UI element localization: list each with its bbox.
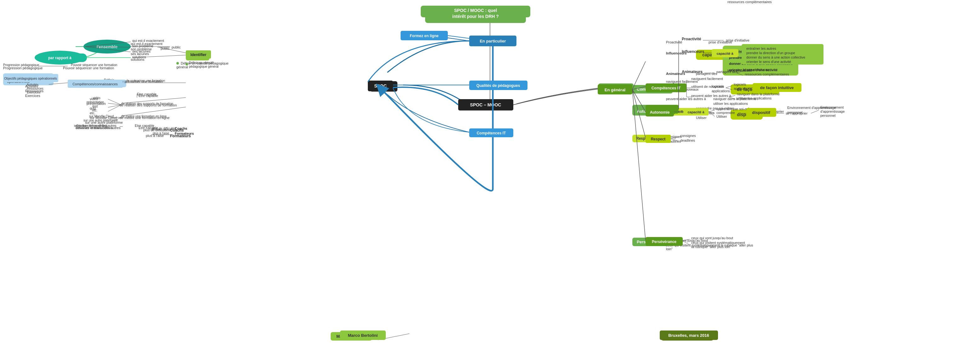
- bruxelles-footer: Bruxelles, mars 2016: [661, 332, 713, 340]
- ressources-text: Ressources: [25, 89, 43, 93]
- en-particulier-node: En particulier: [469, 36, 504, 45]
- partagent-des-text: partagent des: [696, 72, 717, 76]
- formateurs-text: Formateurs: [170, 134, 191, 138]
- definir-objectif-node: Définir un objectif pédagogique général: [177, 61, 233, 69]
- de-realiser-text: de réaliser des supports de formation: [120, 103, 177, 107]
- prise-initiative-text: prise d'initiative: [708, 40, 732, 44]
- competences-connaissances-node: Compétences/connaissances: [69, 79, 126, 87]
- ses-lacunes-text: ses lacunes: [131, 52, 149, 56]
- ceux-visitent-text: ceux qui visitent systématiquement la ru…: [666, 243, 760, 251]
- par-rapport-a-node: par rapport à: [50, 54, 87, 62]
- de-mettre-en-ligne-text: de mettre une formation en ligne: [120, 116, 169, 119]
- plus-difficultes-text: plus de difficultés: [143, 128, 170, 132]
- marco-bertolini-footer: Marco Bertolini: [331, 332, 372, 340]
- dispositif-node: dispositif: [730, 110, 763, 119]
- en-general-node: En général: [598, 83, 633, 94]
- qualites-pedagogues-node: Qualités de pédagogues: [469, 81, 520, 89]
- utiliser-text: Utiliser: [696, 116, 707, 119]
- public-text: public: [161, 46, 170, 50]
- deadlines-text: deadlines: [666, 140, 681, 143]
- qui-est-il-text: qui est-il exactement: [131, 42, 162, 46]
- etc-text: etc.: [90, 111, 95, 115]
- logiciels-text: logiciels: [712, 84, 724, 88]
- se-approprier-text: se l'approprier: [762, 110, 784, 113]
- trucs-astuces-text: trucs et astuces: [727, 68, 752, 72]
- ceux-vont-text: ceux qui vont jusqu'au bout: [666, 238, 708, 242]
- mind-map: SPOC / MOOC : quel intérêt pour les DRH …: [0, 0, 980, 356]
- sur-autre-text: sur une autre plateforme: [85, 121, 123, 124]
- svg-line-17: [448, 36, 469, 38]
- apprendre-text: apprendre par soi-même: [696, 106, 734, 110]
- presentation-text: présentation: [87, 102, 106, 105]
- de-scenariser-text: de scénariser une formation: [120, 79, 162, 83]
- utiliser-applications-text: utiliser les applications: [713, 102, 748, 105]
- svg-text:Utiliser: Utiliser: [716, 114, 727, 118]
- perseverance-node: Persévérance: [632, 238, 668, 246]
- l-ensemble-node: l'ensemble: [91, 42, 124, 51]
- identifier-node: Identifier: [186, 53, 209, 60]
- activites-text: Activités: [25, 84, 38, 88]
- pouvoir-sequencer-text: Pouvoir séquencer une formation: [63, 66, 114, 70]
- svg-line-4: [378, 334, 409, 340]
- utilisent-nouveaux-text: utilisent de nouveaux: [666, 87, 698, 91]
- capacite-a-autonomie-node: capacité à: [666, 108, 692, 116]
- etre-capable1-text: Etre capable: [138, 94, 158, 98]
- ressources-comp-text: ressources complémentaires: [727, 0, 772, 4]
- svg-line-70: [108, 103, 121, 105]
- plus-aise-text: plus à l'aise: [146, 134, 164, 138]
- naviguer-plateforme-text: naviguer dans la plateforme: [713, 97, 756, 101]
- svg-text:deadlines: deadlines: [680, 138, 695, 142]
- objectifs-pedagogiques-node: Objectifs pédagogiques opérationnels: [3, 73, 54, 85]
- selon-criteres-text: selon les critères définis: [76, 126, 113, 130]
- applications-text: applications: [712, 89, 730, 93]
- svg-line-62: [121, 98, 186, 103]
- video-text: vidéo: [90, 97, 98, 101]
- coachs-text: Coachs: [170, 128, 184, 132]
- autonomie-node: Autonomie: [632, 107, 663, 116]
- sur-moodle-text: sur Moodle Cloud: [90, 116, 117, 119]
- progression-ped-text: Progression pédagogique: [3, 66, 43, 70]
- svg-line-72: [108, 105, 121, 111]
- svg-text:Proactivité: Proactivité: [682, 37, 701, 41]
- comprendre-text: comprendre: [696, 111, 714, 115]
- env-apprentissage-text: Environnement d'apprentissage personnel: [787, 105, 838, 115]
- svg-line-64: [121, 107, 186, 116]
- main-title: SPOC / MOOC : quel intérêt pour les DRH …: [425, 6, 526, 17]
- svg-text:consignes: consignes: [680, 134, 696, 138]
- solutions-text: solutions: [131, 57, 144, 61]
- animateurs-text: Animateurs: [666, 72, 685, 76]
- svg-text:public: public: [172, 45, 181, 49]
- spoc-node: SPOC: [370, 81, 398, 92]
- svg-line-69: [108, 99, 121, 105]
- exercices-text: Exercices: [25, 94, 40, 98]
- de-facon-intuitive-node: de façon intuitive: [730, 84, 780, 94]
- peuvent-aider-text: peuvent aider les autres à: [666, 97, 706, 101]
- influenceurs-text: Influenceurs: [666, 51, 687, 55]
- competences-it-left-node: Compétences IT: [469, 129, 506, 137]
- quiz-text: quiz: [90, 106, 96, 110]
- central-node: SPOC – MOOC: [460, 99, 501, 108]
- naviguent-text: naviguent facilement: [666, 79, 698, 83]
- proactivite-text: Proactivité: [666, 40, 682, 44]
- son-probleme-text: son problème: [131, 47, 152, 51]
- consignes-text: consignes: [666, 135, 682, 138]
- respect-node: Respect: [632, 135, 655, 142]
- svg-line-71: [108, 105, 121, 107]
- formez-en-ligne-node: Formez en ligne: [403, 32, 439, 39]
